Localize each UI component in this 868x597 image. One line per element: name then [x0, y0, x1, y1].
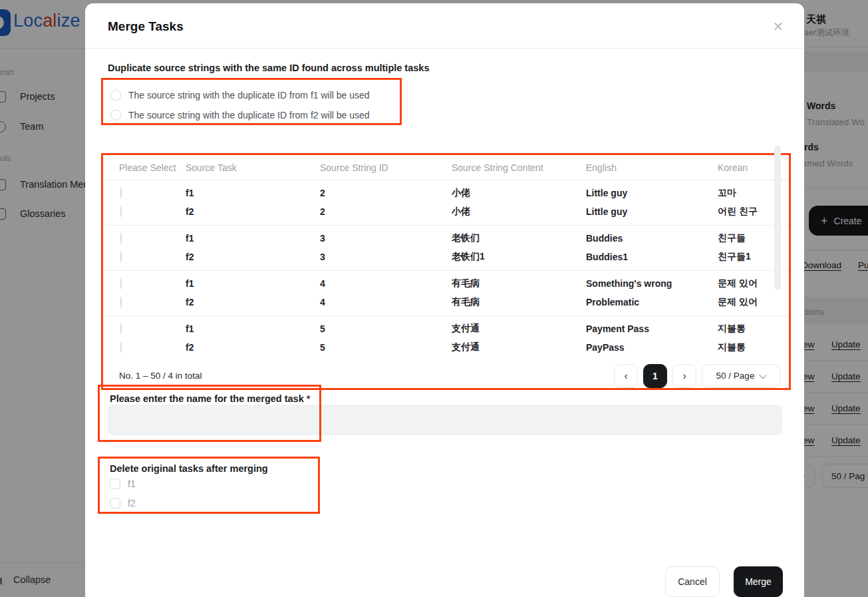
next-page-button[interactable]: ›: [672, 364, 696, 388]
column-header: Please Select: [119, 162, 186, 173]
close-icon[interactable]: ✕: [768, 17, 788, 37]
table-row: f2 2 小佬 Little guy 어린 친구: [103, 202, 789, 221]
row-radio[interactable]: [120, 206, 122, 218]
highlight-box-duplicate-options: The source string with the duplicate ID …: [101, 78, 402, 125]
current-page-button[interactable]: 1: [643, 364, 667, 388]
column-header: Source String Content: [452, 162, 586, 173]
row-radio[interactable]: [120, 187, 122, 199]
column-header: English: [586, 162, 718, 173]
duplicate-group-id-5: f1 5 支付通 Payment Pass 지불통 f2 5 支付通 PayPa…: [103, 315, 789, 361]
cell-english: Problematic: [586, 297, 718, 307]
cell-korean: 지불통: [718, 323, 789, 335]
required-mark: *: [307, 393, 311, 404]
duplicate-group-id-2: f1 2 小佬 Little guy 꼬마 f2 2 小佬 Little guy…: [103, 180, 789, 225]
task-name-label-text: Please enter the name for the merged tas…: [110, 393, 304, 404]
table-header-row: Please Select Source Task Source String …: [103, 155, 789, 180]
cell-source-task: f2: [186, 297, 320, 307]
cell-string-id: 5: [320, 323, 452, 334]
cancel-button[interactable]: Cancel: [665, 566, 720, 597]
cell-english: Buddies1: [586, 252, 718, 262]
cell-english: Little guy: [586, 206, 718, 217]
duplicate-group-id-3: f1 3 老铁们 Buddies 친구들 f2 3 老铁们1 Buddies1 …: [103, 225, 789, 270]
checkbox-icon[interactable]: [110, 498, 120, 508]
cell-korean: 지불통: [718, 341, 789, 353]
cell-source-task: f2: [186, 342, 320, 353]
page-size-select[interactable]: 50 / Page: [702, 364, 780, 388]
merge-button[interactable]: Merge: [734, 566, 783, 597]
task-name-label: Please enter the name for the merged tas…: [110, 393, 310, 404]
cell-english: PayPass: [586, 342, 718, 353]
row-radio[interactable]: [120, 341, 122, 353]
cell-content: 老铁们: [452, 232, 586, 244]
table-row: f2 3 老铁们1 Buddies1 친구들1: [103, 248, 789, 266]
cell-english: Buddies: [586, 233, 718, 244]
radio-label: The source string with the duplicate ID …: [128, 90, 370, 100]
cell-string-id: 2: [320, 206, 452, 217]
cell-content: 小佬: [452, 206, 586, 218]
highlight-box-delete-tasks: Delete original tasks after merging f1 f…: [98, 457, 320, 514]
cell-english: Something's wrong: [586, 278, 718, 289]
cell-string-id: 5: [320, 342, 452, 353]
cell-string-id: 4: [320, 278, 452, 289]
delete-checkbox-f2[interactable]: f2: [110, 494, 318, 512]
cell-english: Payment Pass: [586, 323, 718, 334]
cell-source-task: f1: [186, 188, 320, 198]
table-row: f2 4 有毛病 Problematic 문제 있어: [103, 293, 789, 311]
cell-korean: 문제 있어: [718, 296, 789, 308]
cell-content: 老铁们1: [452, 251, 586, 263]
pagination-summary: No. 1 – 50 / 4 in total: [119, 371, 202, 381]
table-row: f1 5 支付通 Payment Pass 지불통: [103, 319, 789, 338]
cell-english: Little guy: [586, 188, 718, 198]
duplicate-group-id-4: f1 4 有毛病 Something's wrong 문제 있어 f2 4 有毛…: [103, 270, 789, 315]
table-row: f2 5 支付通 PayPass 지불통: [103, 338, 789, 357]
radio-icon[interactable]: [110, 110, 121, 120]
cell-content: 有毛病: [452, 278, 586, 290]
row-radio[interactable]: [120, 251, 122, 263]
page-size-label: 50 / Page: [716, 371, 755, 381]
highlight-box-strings-table: Please Select Source Task Source String …: [101, 153, 791, 390]
row-radio[interactable]: [120, 323, 122, 335]
delete-section-label: Delete original tasks after merging: [110, 463, 318, 474]
merge-tasks-modal: Merge Tasks ✕ Duplicate source strings w…: [85, 3, 804, 597]
cell-string-id: 3: [320, 233, 452, 244]
scrollbar[interactable]: [774, 145, 781, 290]
cell-source-task: f1: [186, 233, 320, 244]
cell-content: 支付通: [452, 341, 586, 353]
duplicate-option-f1[interactable]: The source string with the duplicate ID …: [103, 85, 400, 105]
delete-checkbox-f1[interactable]: f1: [110, 475, 318, 493]
checkbox-label: f1: [128, 479, 136, 489]
duplicate-section-label: Duplicate source strings with the same I…: [108, 63, 429, 73]
cell-string-id: 4: [320, 297, 452, 307]
table-row: f1 3 老铁们 Buddies 친구들: [103, 229, 789, 248]
row-radio[interactable]: [120, 278, 122, 290]
cell-source-task: f1: [186, 278, 320, 289]
radio-icon[interactable]: [110, 90, 121, 100]
cell-source-task: f2: [186, 252, 320, 262]
column-header: Source Task: [186, 162, 320, 173]
cell-source-task: f1: [186, 323, 320, 334]
table-row: f1 2 小佬 Little guy 꼬마: [103, 184, 789, 202]
row-radio[interactable]: [120, 296, 122, 308]
chevron-down-icon: [760, 371, 767, 378]
cell-string-id: 3: [320, 252, 452, 262]
row-radio[interactable]: [120, 232, 122, 244]
prev-page-button[interactable]: ‹: [614, 364, 638, 388]
modal-title: Merge Tasks: [108, 19, 184, 34]
checkbox-icon[interactable]: [110, 479, 120, 489]
cell-string-id: 2: [320, 188, 452, 198]
cell-content: 有毛病: [452, 296, 586, 308]
table-row: f1 4 有毛病 Something's wrong 문제 있어: [103, 274, 789, 293]
cell-content: 支付通: [452, 323, 586, 335]
highlight-box-task-name: Please enter the name for the merged tas…: [98, 385, 321, 442]
duplicate-option-f2[interactable]: The source string with the duplicate ID …: [103, 105, 400, 125]
cell-source-task: f2: [186, 206, 320, 217]
cell-content: 小佬: [452, 187, 586, 199]
column-header: Source String ID: [320, 162, 452, 173]
radio-label: The source string with the duplicate ID …: [128, 110, 370, 120]
checkbox-label: f2: [128, 498, 136, 508]
divider: [85, 48, 804, 49]
